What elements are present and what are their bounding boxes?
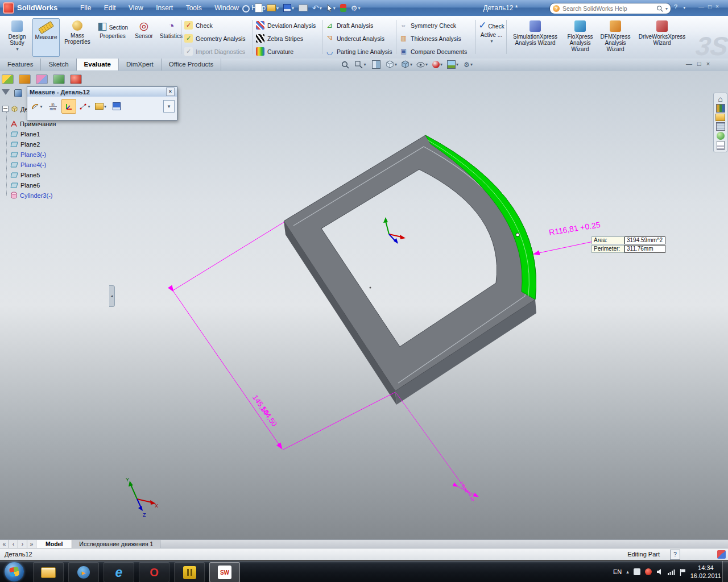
taskbar-yellow-app-button[interactable] — [174, 562, 205, 582]
save-button[interactable]: ▾ — [282, 2, 296, 14]
view-palette-icon[interactable] — [716, 122, 725, 131]
check-button[interactable]: ✓ Check — [184, 20, 213, 31]
taskbar-ie-button[interactable]: e — [104, 562, 134, 582]
undercut-analysis-button[interactable]: ⊿ Undercut Analysis — [325, 33, 384, 44]
tray-expand-icon[interactable]: ▴ — [626, 569, 629, 575]
zoom-area-button[interactable]: ▾ — [353, 59, 368, 70]
simulationxpress-wizard-button[interactable]: SimulationXpress Analysis Wizard — [508, 18, 562, 56]
tree-item-plane1[interactable]: Plane1 — [10, 129, 40, 139]
tab-sketch[interactable]: Sketch — [41, 59, 76, 70]
dimension-small-inner[interactable]: 144,50 — [466, 489, 475, 502]
appearances-scenes-icon[interactable] — [717, 132, 725, 140]
open-button[interactable]: ▾ — [265, 2, 280, 14]
filter-icon[interactable] — [2, 89, 10, 95]
network-icon[interactable] — [668, 569, 675, 575]
search-scope-dropdown-icon[interactable]: ▾ — [665, 6, 668, 11]
graphics-viewport[interactable]: R116,81 +0.25 145,50 144,50 145,50 144,5… — [0, 71, 728, 539]
design-library-icon[interactable] — [716, 104, 725, 113]
tree-item-cylinder3[interactable]: Cylinder3(-) — [10, 190, 52, 200]
tab-evaluate[interactable]: Evaluate — [77, 59, 119, 70]
maximize-button[interactable]: □ — [708, 3, 712, 10]
tree-item-plane6[interactable]: Plane6 — [10, 180, 40, 190]
start-button[interactable] — [5, 562, 24, 581]
pin-menu-icon[interactable] — [242, 5, 250, 13]
parting-line-analysis-button[interactable]: ◡ Parting Line Analysis — [325, 46, 392, 57]
tray-app-icon[interactable] — [634, 568, 640, 575]
search-input[interactable] — [561, 5, 655, 13]
rebuild-button[interactable] — [338, 2, 348, 14]
driveworksxpress-wizard-button[interactable]: DriveWorksXpress Wizard — [635, 18, 689, 56]
menu-tools[interactable]: Tools — [181, 0, 207, 16]
collapse-box-icon[interactable] — [2, 106, 9, 112]
new-document-button[interactable] — [253, 2, 264, 14]
search-icon[interactable] — [656, 5, 663, 12]
deviation-analysis-button[interactable]: Deviation Analysis — [256, 20, 316, 31]
dimxpertmanager-tab-icon[interactable] — [53, 74, 65, 84]
measure-close-button[interactable]: × — [166, 88, 175, 96]
apply-scene-button[interactable]: ▾ — [445, 59, 460, 70]
tab-scroll-last-button[interactable]: » — [27, 540, 36, 548]
tab-features[interactable]: Features — [0, 59, 41, 70]
part-top-face[interactable] — [284, 135, 536, 391]
tab-office-products[interactable]: Office Products — [162, 59, 221, 70]
show-xyz-button[interactable] — [61, 99, 76, 114]
print-button[interactable] — [297, 2, 309, 14]
tab-scroll-prev-button[interactable]: ‹ — [9, 540, 18, 548]
home-button[interactable]: ⌂ — [718, 95, 722, 103]
design-study-button[interactable]: Design Study ▾ — [3, 18, 31, 56]
document-minimize-button[interactable]: — — [686, 60, 692, 67]
measure-history-button[interactable]: ▾ — [93, 99, 108, 114]
opera-tray-icon[interactable] — [645, 568, 652, 575]
draft-analysis-button[interactable]: ⊿ Draft Analysis — [325, 20, 373, 31]
tree-item-plane5[interactable]: Plane5 — [10, 170, 40, 180]
tab-model[interactable]: Model — [36, 540, 72, 548]
tab-dimxpert[interactable]: DimXpert — [119, 59, 162, 70]
taskbar-solidworks-button[interactable]: SW — [209, 562, 240, 582]
floxpress-wizard-button[interactable]: FloXpress Analysis Wizard — [564, 18, 596, 56]
zoom-fit-button[interactable] — [338, 59, 353, 70]
document-restore-button[interactable]: □ — [697, 60, 701, 67]
file-explorer-icon[interactable] — [715, 114, 725, 121]
taskbar-explorer-button[interactable] — [33, 562, 64, 582]
dimension-radius[interactable]: R116,81 +0.25 — [548, 220, 601, 237]
section-properties-button[interactable]: ◧ Section Properties — [95, 18, 130, 56]
configurationmanager-tab-icon[interactable] — [36, 74, 48, 84]
custom-properties-icon[interactable] — [717, 141, 725, 150]
hide-show-items-button[interactable]: ▾ — [415, 59, 429, 70]
menu-insert[interactable]: Insert — [151, 0, 178, 16]
arc-measure-button[interactable]: ▾ — [30, 99, 44, 114]
measure-button[interactable]: Measure — [32, 18, 60, 57]
measure-dialog-titlebar[interactable]: Measure - Деталь12 × — [27, 87, 177, 97]
geometry-analysis-button[interactable]: ✓ Geometry Analysis — [184, 33, 246, 44]
units-button[interactable]: in mm — [46, 99, 60, 114]
menu-edit[interactable]: Edit — [99, 0, 121, 16]
taskbar-mediaplayer-button[interactable]: ▸ — [68, 562, 99, 582]
view-settings-button[interactable]: ⚙ ▾ — [461, 59, 475, 70]
close-button[interactable]: × — [715, 3, 719, 10]
zebra-stripes-button[interactable]: Zebra Stripes — [256, 33, 303, 44]
dfmxpress-wizard-button[interactable]: DFMXpress Analysis Wizard — [598, 18, 632, 56]
minimize-button[interactable]: — — [698, 3, 704, 10]
compare-documents-button[interactable]: ▣ Compare Documents — [399, 46, 467, 57]
save-measurement-button[interactable] — [109, 99, 124, 114]
menu-file[interactable]: File — [75, 0, 96, 16]
quick-tips-button[interactable]: ? — [670, 550, 680, 560]
curvature-button[interactable]: Curvature — [256, 46, 293, 57]
featuremanager-tab-icon[interactable] — [2, 74, 14, 84]
tab-scroll-first-button[interactable]: « — [0, 540, 9, 548]
tree-item-plane3[interactable]: Plane3(-) — [10, 149, 46, 159]
thickness-analysis-button[interactable]: ▥ Thickness Analysis — [399, 33, 461, 44]
appearances-tab-icon[interactable] — [70, 74, 82, 84]
view-orientation-button[interactable]: ▾ — [384, 59, 399, 70]
tree-item-plane4[interactable]: Plane4(-) — [10, 160, 46, 169]
help-dropdown-icon[interactable]: ▾ — [683, 5, 685, 10]
import-diagnostics-button[interactable]: ✓ Import Diagnostics — [184, 46, 245, 57]
propertymanager-tab-icon[interactable] — [19, 74, 31, 84]
menu-view[interactable]: View — [123, 0, 148, 16]
tab-motion-study[interactable]: Исследование движения 1 — [72, 540, 160, 548]
mass-properties-button[interactable]: Mass Properties — [61, 18, 94, 56]
action-center-flag-icon[interactable] — [680, 568, 686, 576]
document-close-button[interactable]: × — [706, 60, 710, 67]
help-button[interactable]: ? — [674, 3, 677, 10]
taskbar-clock[interactable]: 14:34 16.02.2011 — [690, 564, 721, 580]
